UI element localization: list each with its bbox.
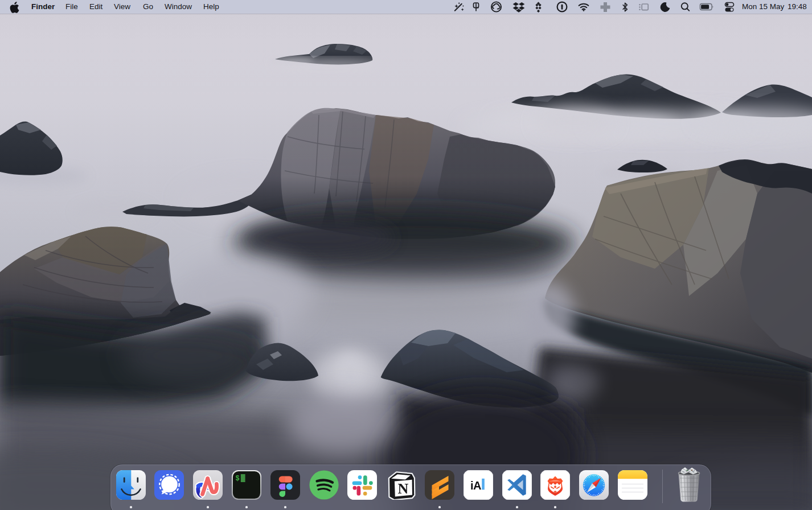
svg-text:iA: iA: [470, 479, 481, 492]
svg-text:N: N: [398, 480, 409, 497]
svg-text:$: $: [235, 475, 239, 483]
